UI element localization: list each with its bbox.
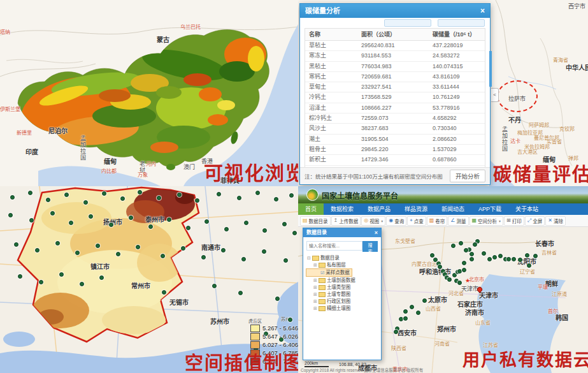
sample-point-marker (403, 316, 408, 321)
dialog-scrollbar[interactable] (489, 51, 492, 87)
beijing-star-marker: ★ (465, 277, 470, 284)
soil-platform-window[interactable]: 国家土壤信息服务平台 首页数据检索数据产品样品资源新闻动态APP下载关于本站 ▤… (298, 186, 588, 373)
table-row[interactable]: 沼泽土 108666.227 53.778916 (305, 103, 485, 113)
tree-item[interactable]: 数据目录 (306, 254, 340, 261)
map-label: 天津市 (479, 290, 498, 300)
sample-point-marker (462, 261, 466, 265)
nav-item[interactable]: 数据产品 (361, 203, 398, 215)
map-label: 陕西省 (391, 344, 406, 351)
catalog-search-button[interactable]: 搜索 (362, 241, 378, 252)
sample-point-marker (35, 248, 39, 252)
map-label: 不丹 (508, 115, 521, 124)
tree-item[interactable]: 土壤剖面数据 (306, 277, 355, 284)
map-label: 乌兰巴托 (180, 23, 201, 30)
view-icon: ◎ (364, 218, 368, 223)
map-label: 吉大港区 (517, 148, 538, 155)
analysis-param-select[interactable] (384, 19, 431, 27)
tree-item[interactable]: 行政区划图 (306, 298, 350, 305)
sample-point-marker (195, 198, 199, 203)
map-spatial-interpolation[interactable]: 扬州市泰州市南通市镇江市常州市无锡市苏州市虎丘区苏州 5.267 - 5.646… (0, 186, 298, 373)
sample-point-marker (430, 253, 434, 258)
toolbar-button[interactable]: ∠ 测量 (448, 216, 468, 226)
map-label: 内比都 (101, 167, 117, 174)
toolbar-button[interactable]: ⤢ 全屏 (525, 216, 545, 226)
sample-point-marker (10, 195, 15, 200)
map-label: 孟加拉国 (79, 135, 87, 161)
nav-item[interactable]: 数据检索 (324, 203, 361, 215)
catalog-titlebar: 数据目录 × (303, 228, 381, 237)
tree-item[interactable]: 精细土壤图 (306, 305, 350, 312)
sample-point-marker (473, 242, 477, 247)
soil-name-cell: 寒冻土 (305, 51, 357, 61)
folder-icon (319, 278, 326, 283)
sample-point-marker (162, 290, 166, 295)
sample-point-marker (136, 245, 140, 249)
sample-point-marker (129, 216, 133, 220)
map-visual-browse[interactable]: 乌兰巴托蒙古阿斯塔纳伊斯兰堡新德里尼泊尔印度孟加拉国缅甸内比都老挝万象河内澳门香… (0, 0, 298, 186)
catalog-search-input[interactable] (306, 241, 362, 251)
panel-collapse-handle[interactable]: < (491, 88, 499, 102)
area-cell: 29845.220 (357, 145, 429, 154)
table-row[interactable]: 潮土 31905.504 2.086620 (305, 135, 485, 145)
toolbar-button[interactable]: ▦ 空间分析 (470, 216, 504, 226)
toolbar-label: 上传数据 (339, 217, 358, 224)
folder-icon (319, 306, 326, 311)
sample-point-marker (244, 221, 248, 225)
sample-point-marker (18, 274, 22, 279)
sample-point-marker (186, 226, 190, 230)
map-label: 虎丘区 (248, 318, 262, 324)
sample-point-marker (288, 318, 292, 322)
sample-point-marker (289, 193, 294, 198)
toolbar-button[interactable]: ◉ 查询 (386, 216, 406, 226)
nav-item[interactable]: APP下载 (471, 203, 508, 215)
table-row[interactable]: 风沙土 38237.683 0.730340 (305, 124, 485, 134)
map-label: 北京市 (469, 275, 484, 282)
close-icon[interactable]: × (480, 4, 485, 18)
table-row[interactable]: 黑毡土 776034.983 140.074315 (305, 62, 485, 72)
table-row[interactable]: 寒冻土 931184.553 24.583272 (305, 51, 485, 61)
nav-item[interactable]: 新闻动态 (434, 203, 471, 215)
toolbar-button[interactable]: ▥ 卷帘 (427, 216, 448, 226)
tree-item-label: 土壤剖面数据 (327, 277, 355, 284)
close-icon[interactable]: × (375, 228, 378, 237)
map-label: 山东省 (475, 319, 491, 326)
sample-point-marker (221, 248, 226, 252)
table-row[interactable]: 草毡土 2956240.831 437.228019 (305, 41, 485, 51)
area-cell: 232927.541 (357, 82, 429, 92)
storage-cell: 33.611444 (429, 82, 485, 92)
start-analysis-button[interactable]: 开始分析 (450, 170, 485, 182)
toolbar-label: 测量 (457, 217, 466, 224)
table-row[interactable]: 冷钙土 173568.529 10.761249 (305, 92, 485, 103)
tree-item[interactable]: 土壤专题图 (306, 291, 350, 298)
sample-point-marker (138, 190, 142, 194)
sample-point-marker (447, 277, 452, 282)
toolbar-button[interactable]: ⊞ 打印 (504, 216, 524, 226)
query-icon: ◉ (389, 218, 393, 223)
analysis-param-select[interactable] (438, 19, 485, 27)
toolbar-button[interactable]: ⌖ 点查 (407, 216, 426, 226)
nav-item[interactable]: 样品资源 (398, 203, 434, 215)
fullscreen-icon: ⤢ (527, 218, 531, 223)
tree-item[interactable]: 私有图层 (306, 261, 346, 268)
table-row[interactable]: 新积土 14729.346 0.687860 (305, 155, 485, 165)
table-row[interactable]: 棕冷钙土 72559.073 4.658292 (305, 113, 485, 124)
tree-item[interactable]: 采样点数据 (306, 268, 352, 277)
toolbar-button[interactable]: ◎ 视图 (361, 216, 385, 226)
table-row[interactable]: 寒钙土 720659.681 43.816109 (305, 72, 485, 82)
map-carbon-assessment[interactable]: 西宁市青海省中华人民共和国拉萨市不丹孟加拉国达卡阿萨姆邦梅加拉亚邦克钦邦曼尼普尔… (298, 0, 588, 186)
tree-item[interactable]: 土壤类型图 (306, 284, 350, 291)
toolbar-button[interactable]: ▤ 数据目录 (300, 216, 331, 226)
storage-cell: 0.687860 (429, 155, 485, 165)
tree-item-label: 土壤专题图 (327, 291, 351, 298)
nav-item[interactable]: 关于本站 (508, 203, 545, 215)
storage-cell: 1.537029 (429, 145, 485, 154)
tree-item-label: 精细土壤图 (327, 305, 351, 312)
legend-swatch (250, 325, 260, 332)
nav-item[interactable]: 首页 (298, 203, 324, 215)
toolbar-button[interactable]: ↥ 上传数据 (331, 216, 361, 226)
tree-item-label: 采样点数据 (326, 269, 350, 276)
sample-point-marker (399, 317, 403, 321)
toolbar-button[interactable]: ✕ 清除 (545, 216, 566, 226)
table-row[interactable]: 粗骨土 29845.220 1.537029 (305, 145, 485, 155)
table-row[interactable]: 草甸土 232927.541 33.611444 (305, 82, 485, 92)
